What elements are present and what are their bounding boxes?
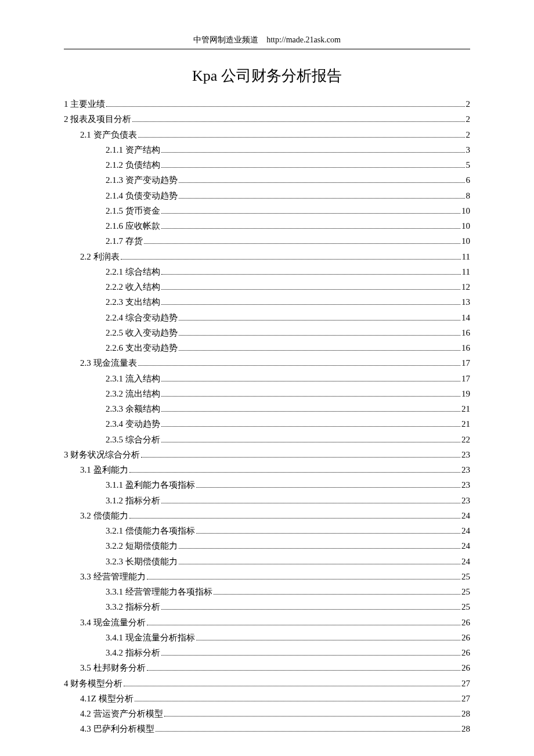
toc-entry-page: 27: [461, 691, 470, 706]
toc-entry-label: 3.1.1 盈利能力各项指标: [106, 477, 195, 492]
toc-entry[interactable]: 2.1.7 存货10: [64, 233, 470, 249]
toc-entry-page: 16: [461, 340, 470, 355]
toc-entry[interactable]: 3.5 杜邦财务分析26: [64, 660, 470, 675]
toc-leader-dots: [141, 457, 460, 458]
toc-entry-page: 11: [462, 249, 470, 264]
toc-leader-dots: [179, 548, 460, 549]
toc-entry[interactable]: 3.2.2 短期偿债能力24: [64, 538, 470, 553]
toc-leader-dots: [196, 487, 460, 488]
toc-entry-page: 21: [461, 416, 470, 431]
toc-entry[interactable]: 3.4 现金流量分析26: [64, 615, 470, 630]
toc-entry-label: 2.2.4 综合变动趋势: [106, 310, 178, 325]
toc-entry[interactable]: 2.1 资产负债表2: [64, 127, 470, 142]
toc-entry-page: 10: [461, 233, 470, 249]
toc-entry[interactable]: 4.1Z 模型分析27: [64, 691, 470, 706]
toc-entry-label: 2.1.5 货币资金: [106, 203, 160, 218]
toc-entry-page: 24: [461, 508, 470, 523]
toc-leader-dots: [106, 106, 464, 107]
toc-entry-label: 4.3 巴萨利分析模型: [80, 721, 154, 736]
toc-entry-page: 24: [461, 523, 470, 538]
toc-entry[interactable]: 3.1.1 盈利能力各项指标23: [64, 477, 470, 492]
toc-entry-label: 4.1Z 模型分析: [80, 691, 134, 706]
toc-leader-dots: [161, 503, 460, 503]
toc-entry-label: 2.3.1 流入结构: [106, 371, 160, 386]
toc-leader-dots: [196, 533, 460, 534]
document-page: 中管网制造业频道 http://made.21ask.com Kpa 公司财务分…: [0, 0, 534, 756]
toc-entry-page: 26: [461, 660, 470, 675]
toc-entry[interactable]: 2.1.5 货币资金10: [64, 203, 470, 218]
toc-entry[interactable]: 3.3.2 指标分析25: [64, 599, 470, 614]
toc-entry[interactable]: 2.2.4 综合变动趋势14: [64, 310, 470, 325]
toc-entry[interactable]: 3.3.1 经营管理能力各项指标25: [64, 584, 470, 599]
toc-leader-dots: [161, 426, 460, 427]
toc-entry[interactable]: 2.3.1 流入结构17: [64, 371, 470, 386]
toc-entry-label: 3.3.1 经营管理能力各项指标: [106, 584, 212, 599]
page-header: 中管网制造业频道 http://made.21ask.com: [64, 35, 470, 45]
toc-entry-label: 2.3.4 变动趋势: [106, 416, 160, 431]
header-divider: [64, 49, 470, 49]
toc-entry[interactable]: 2.3.3 余额结构21: [64, 401, 470, 416]
toc-entry[interactable]: 2.2.6 支出变动趋势16: [64, 340, 470, 355]
toc-entry[interactable]: 2.2.2 收入结构12: [64, 279, 470, 294]
toc-entry-page: 6: [466, 172, 471, 188]
toc-entry[interactable]: 1 主要业绩2: [64, 96, 470, 111]
toc-entry[interactable]: 4.3 巴萨利分析模型28: [64, 721, 470, 736]
toc-entry[interactable]: 2.1.4 负债变动趋势8: [64, 188, 470, 203]
toc-entry[interactable]: 2.1.2 负债结构5: [64, 157, 470, 172]
toc-entry[interactable]: 2.1.6 应收帐款10: [64, 218, 470, 233]
toc-entry[interactable]: 2.3.5 综合分析22: [64, 432, 470, 447]
toc-entry[interactable]: 2.3 现金流量表17: [64, 355, 470, 370]
toc-entry-page: 17: [461, 355, 470, 370]
toc-entry[interactable]: 2.1.1 资产结构3: [64, 142, 470, 157]
toc-entry-page: 12: [461, 279, 470, 294]
toc-leader-dots: [161, 381, 460, 381]
toc-entry[interactable]: 2.3.2 流出结构19: [64, 386, 470, 401]
toc-leader-dots: [161, 655, 460, 656]
toc-entry[interactable]: 2 报表及项目分析2: [64, 111, 470, 127]
toc-entry[interactable]: 3.1 盈利能力23: [64, 462, 470, 477]
toc-leader-dots: [161, 411, 460, 412]
toc-entry-label: 2.2.2 收入结构: [106, 279, 160, 294]
toc-entry[interactable]: 2.1.3 资产变动趋势6: [64, 172, 470, 188]
toc-entry-page: 14: [461, 310, 470, 325]
toc-entry-label: 3.2.2 短期偿债能力: [106, 538, 178, 553]
toc-entry-label: 3.1.2 指标分析: [106, 493, 160, 508]
toc-entry[interactable]: 2.2.1 综合结构11: [64, 264, 470, 279]
toc-leader-dots: [129, 518, 461, 519]
toc-entry[interactable]: 3.3 经营管理能力25: [64, 569, 470, 584]
toc-entry[interactable]: 3 财务状况综合分析23: [64, 447, 470, 462]
toc-entry-label: 2.2.5 收入变动趋势: [106, 325, 178, 340]
toc-entry[interactable]: 3.4.1 现金流量分析指标26: [64, 630, 470, 645]
toc-leader-dots: [161, 609, 460, 610]
toc-entry-page: 19: [461, 386, 470, 401]
toc-entry[interactable]: 4 财务模型分析27: [64, 676, 470, 691]
toc-entry[interactable]: 2.2 利润表11: [64, 249, 470, 264]
toc-leader-dots: [124, 686, 460, 686]
toc-entry[interactable]: 3.2.3 长期偿债能力24: [64, 554, 470, 569]
toc-entry-page: 25: [461, 584, 470, 599]
toc-entry-page: 26: [461, 615, 470, 630]
header-url: http://made.21ask.com: [266, 35, 341, 44]
toc-entry[interactable]: 2.2.3 支出结构13: [64, 294, 470, 309]
toc-entry-page: 24: [461, 554, 470, 569]
toc-entry-label: 2.3.3 余额结构: [106, 401, 160, 416]
toc-entry-page: 23: [461, 462, 470, 477]
toc-entry[interactable]: 3.2.1 偿债能力各项指标24: [64, 523, 470, 538]
toc-entry-label: 3.5 杜邦财务分析: [80, 660, 146, 675]
toc-entry[interactable]: 2.3.4 变动趋势21: [64, 416, 470, 431]
toc-leader-dots: [121, 259, 461, 260]
toc-entry-page: 3: [466, 142, 471, 157]
toc-entry[interactable]: 2.2.5 收入变动趋势16: [64, 325, 470, 340]
toc-entry-page: 25: [461, 599, 470, 614]
toc-leader-dots: [161, 442, 460, 442]
header-site-name: 中管网制造业频道: [193, 35, 258, 44]
toc-entry-label: 3.4.1 现金流量分析指标: [106, 630, 195, 645]
toc-entry-page: 21: [461, 401, 470, 416]
toc-entry[interactable]: 3.1.2 指标分析23: [64, 493, 470, 508]
toc-entry[interactable]: 3.2 偿债能力24: [64, 508, 470, 523]
toc-entry-label: 4.2 营运资产分析模型: [80, 706, 163, 721]
toc-entry[interactable]: 3.4.2 指标分析26: [64, 645, 470, 660]
toc-leader-dots: [179, 564, 460, 564]
toc-entry[interactable]: 4.2 营运资产分析模型28: [64, 706, 470, 721]
toc-entry-label: 1 主要业绩: [64, 96, 105, 111]
